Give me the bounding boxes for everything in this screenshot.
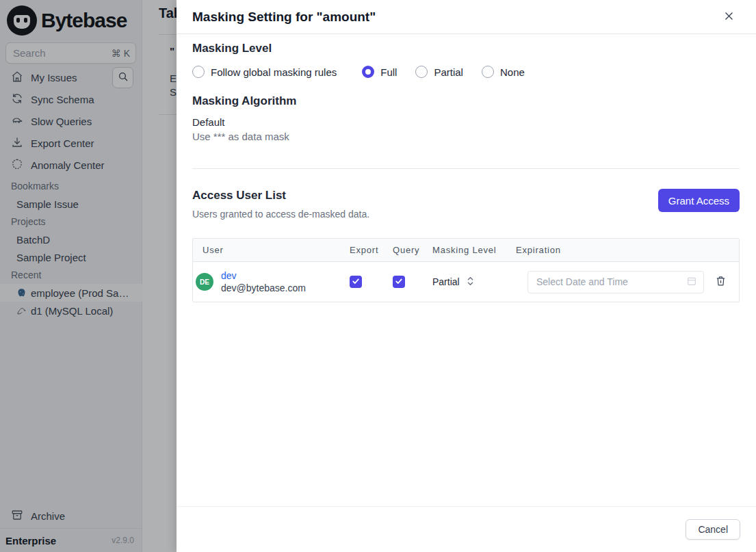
user-cell: DE dev dev@bytebase.com [193,270,350,293]
column-user: User [193,245,350,255]
masking-setting-dialog: Masking Setting for "amount" Masking Lev… [177,0,756,552]
masking-level-radio-group: Follow global masking rules Full Partial… [192,66,740,78]
trash-icon [715,275,727,289]
dialog-header: Masking Setting for "amount" [177,0,756,34]
cancel-button[interactable]: Cancel [686,519,740,540]
expiration-placeholder: Select Date and Time [536,276,686,287]
expiration-date-input[interactable]: Select Date and Time [527,271,704,293]
radio-full[interactable]: Full [362,66,397,78]
radio-none[interactable]: None [482,66,525,78]
algorithm-description: Use *** as data mask [192,131,740,142]
radio-icon [482,66,494,78]
check-icon [395,276,403,287]
radio-follow-global-rules[interactable]: Follow global masking rules [192,66,337,78]
close-icon [723,10,735,24]
dialog-body: Masking Level Follow global masking rule… [177,34,756,302]
access-user-list-header: Access User List Users granted to access… [192,189,740,220]
dialog-footer: Cancel [177,506,756,552]
radio-partial[interactable]: Partial [415,66,463,78]
dialog-title: Masking Setting for "amount" [192,10,376,25]
app-window: Bytebase Search ⌘ K My Issues Sync Schem… [0,0,756,552]
delete-access-button[interactable] [715,275,727,289]
column-export: Export [350,245,393,255]
chevron-up-down-icon [467,276,474,289]
column-query: Query [393,245,432,255]
column-expiration: Expiration [516,245,739,255]
algorithm-name: Default [192,116,740,128]
masking-algorithm-heading: Masking Algorithm [192,94,740,108]
radio-icon [192,66,205,78]
user-email: dev@bytebase.com [221,282,306,293]
user-name-link[interactable]: dev [221,270,306,281]
table-row: DE dev dev@bytebase.com [193,262,739,302]
export-cell [350,276,393,288]
close-button[interactable] [720,9,737,25]
column-masking-level: Masking Level [432,245,516,255]
masking-level-select[interactable]: Partial [432,276,516,289]
export-checkbox[interactable] [350,276,362,288]
expiration-cell: Select Date and Time [516,271,739,293]
access-user-list-subtitle: Users granted to access de-masked data. [192,209,369,220]
radio-selected-icon [362,66,374,78]
access-user-list-heading: Access User List [192,189,369,202]
check-icon [352,276,360,287]
query-cell [393,276,432,288]
query-checkbox[interactable] [393,276,405,288]
table-header-row: User Export Query Masking Level Expirati… [193,239,739,262]
grant-access-button[interactable]: Grant Access [658,189,740,212]
radio-icon [415,66,428,78]
avatar: DE [196,273,213,291]
section-divider [192,168,740,169]
access-user-table: User Export Query Masking Level Expirati… [192,238,740,302]
masking-level-heading: Masking Level [192,42,740,55]
calendar-icon [686,276,697,289]
